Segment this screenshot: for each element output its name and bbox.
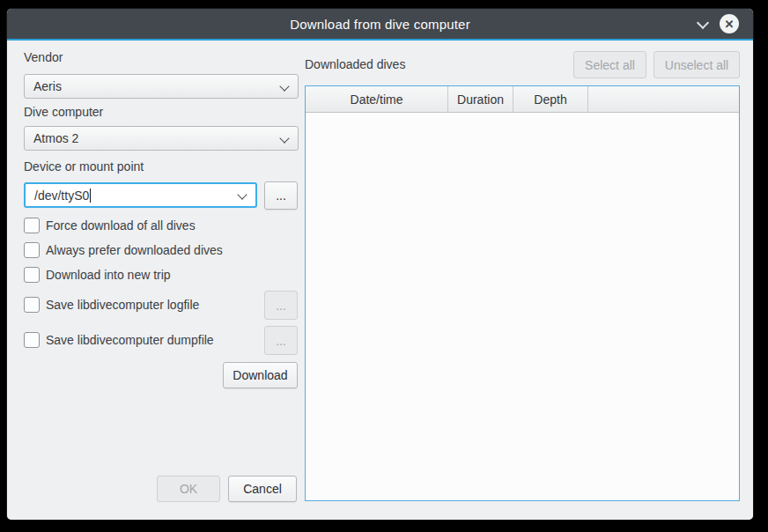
cancel-button[interactable]: Cancel	[228, 476, 297, 502]
vendor-value: Aeris	[33, 79, 62, 93]
checkbox-row-dumpfile: Save libdivecomputer dumpfile	[24, 332, 214, 348]
checkbox-row-force-download: Force download of all dives	[24, 218, 196, 233]
close-icon[interactable]: ✕	[720, 14, 739, 33]
checkbox-row-logfile: Save libdivecomputer logfile	[24, 297, 199, 313]
download-dialog: Download from dive computer ✕ Vendor Aer…	[7, 9, 753, 520]
column-header-datetime[interactable]: Date/time	[306, 86, 448, 112]
downloaded-dives-label: Downloaded dives	[305, 57, 405, 71]
chevron-down-icon	[281, 83, 289, 91]
dive-computer-select[interactable]: Atmos 2	[24, 126, 299, 151]
device-value: /dev/ttyS0	[34, 188, 89, 203]
dialog-content: Vendor Aeris Dive computer Atmos 2 Devic…	[7, 41, 753, 520]
chevron-down-icon	[281, 135, 289, 143]
new-trip-checkbox[interactable]	[24, 267, 40, 283]
checkbox-row-prefer-downloaded: Always prefer downloaded dives	[24, 242, 223, 258]
dive-computer-value: Atmos 2	[33, 131, 78, 145]
save-logfile-checkbox[interactable]	[24, 297, 40, 313]
dives-list-viewport[interactable]	[306, 113, 739, 500]
dumpfile-browse-button[interactable]: ...	[264, 326, 298, 355]
select-all-button[interactable]: Select all	[573, 51, 646, 78]
device-browse-button[interactable]: ...	[264, 181, 298, 210]
checkbox-label[interactable]: Force download of all dives	[46, 218, 196, 233]
chevron-down-icon	[239, 191, 247, 199]
checkbox-label[interactable]: Always prefer downloaded dives	[46, 243, 223, 257]
checkbox-label[interactable]: Download into new trip	[46, 268, 171, 282]
vendor-label: Vendor	[24, 50, 63, 64]
column-header-empty[interactable]	[588, 86, 739, 112]
download-button[interactable]: Download	[223, 362, 298, 388]
shade-chevron-down-icon[interactable]	[698, 18, 707, 27]
text-caret	[90, 188, 91, 203]
downloaded-dives-table: Date/time Duration Depth	[305, 85, 740, 501]
dive-computer-label: Dive computer	[24, 105, 103, 119]
checkbox-label[interactable]: Save libdivecomputer logfile	[46, 298, 199, 312]
checkbox-label[interactable]: Save libdivecomputer dumpfile	[46, 333, 214, 347]
save-dumpfile-checkbox[interactable]	[24, 332, 40, 348]
window-title: Download from dive computer	[290, 17, 470, 32]
column-header-depth[interactable]: Depth	[513, 86, 588, 112]
table-header-row: Date/time Duration Depth	[306, 86, 739, 113]
logfile-browse-button[interactable]: ...	[264, 291, 298, 320]
ok-button[interactable]: OK	[157, 476, 220, 502]
checkbox-row-new-trip: Download into new trip	[24, 267, 171, 283]
device-label: Device or mount point	[24, 159, 144, 174]
unselect-all-button[interactable]: Unselect all	[654, 51, 740, 78]
prefer-downloaded-checkbox[interactable]	[24, 242, 40, 258]
column-header-duration[interactable]: Duration	[448, 86, 513, 112]
force-download-checkbox[interactable]	[24, 218, 40, 233]
titlebar: Download from dive computer ✕	[7, 9, 753, 39]
vendor-select[interactable]: Aeris	[24, 74, 299, 99]
device-input[interactable]: /dev/ttyS0	[24, 182, 257, 208]
